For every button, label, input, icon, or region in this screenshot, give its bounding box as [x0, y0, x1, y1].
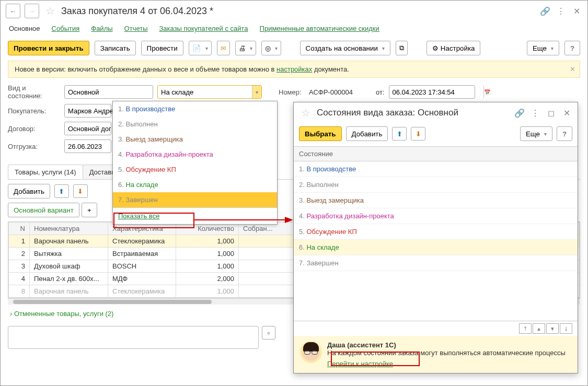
add-row-button[interactable]: Добавить: [8, 184, 50, 198]
modal-col-header: Состояние: [294, 147, 578, 161]
status-dropdown-popup: 1. В производстве2. Выполнен3. Выезд зам…: [112, 101, 278, 225]
back-button[interactable]: ←: [6, 4, 20, 18]
ship-label: Отгрузка:: [8, 143, 60, 150]
modal-down-button[interactable]: ⬇: [411, 127, 425, 141]
close-icon[interactable]: ✕: [571, 5, 582, 17]
status-combo[interactable]: ▾: [157, 85, 262, 99]
modal-select-button[interactable]: Выбрать: [299, 126, 342, 141]
banner-text-after: документа.: [312, 65, 349, 73]
help-button[interactable]: ?: [564, 41, 580, 55]
tab-files[interactable]: Файлы: [91, 25, 112, 32]
modal-list-item[interactable]: 4. Разработка дизайн-проекта: [294, 208, 578, 224]
kebab-menu-icon[interactable]: ⋮: [529, 107, 541, 119]
nav-first-button[interactable]: ⤒: [519, 323, 532, 334]
chevron-down-icon[interactable]: ▾: [252, 86, 261, 98]
mail-icon-button[interactable]: ✉: [217, 41, 230, 55]
mail-icon: ✉: [221, 44, 226, 52]
modal-more-button[interactable]: Еще: [520, 126, 552, 141]
post-button[interactable]: Провести: [141, 41, 183, 55]
print-icon-button[interactable]: 🖨: [235, 41, 256, 55]
gear-icon: ⚙: [432, 44, 439, 52]
main-variant-button[interactable]: Основной вариант: [8, 203, 79, 217]
assistant-name: Даша (ассистент 1С): [327, 341, 396, 349]
modal-list-item[interactable]: 5. Обсуждение КП: [294, 224, 578, 240]
modal-add-button[interactable]: Добавить: [346, 126, 388, 141]
tab-discounts[interactable]: Примененные автоматические скидки: [260, 25, 379, 32]
modal-list-item[interactable]: 6. На складе: [294, 240, 578, 255]
more-button[interactable]: Еще: [527, 41, 559, 55]
tab-goods[interactable]: Товары, услуги (14): [8, 165, 83, 179]
contract-field[interactable]: [64, 122, 111, 135]
maximize-icon[interactable]: ◻: [545, 107, 557, 119]
structure-icon-button[interactable]: ⧉: [396, 41, 408, 55]
info-banner: Новое в версии: включить отображение дан…: [8, 61, 580, 78]
nav-last-button[interactable]: ⤓: [560, 323, 572, 334]
post-and-close-button[interactable]: Провести и закрыть: [8, 41, 89, 55]
favorite-star-icon[interactable]: ☆: [301, 107, 310, 119]
dropdown-item[interactable]: 4. Разработка дизайн-проекта: [113, 147, 277, 162]
settings-button[interactable]: ⚙ Настройка: [426, 41, 481, 55]
kind-label: Вид и состояние:: [8, 84, 60, 100]
tab-site-orders[interactable]: Заказы покупателей с сайта: [159, 25, 248, 32]
modal-list-item[interactable]: 2. Выполнен: [294, 177, 578, 193]
tab-events[interactable]: События: [52, 25, 80, 32]
favorite-star-icon[interactable]: ☆: [45, 5, 55, 17]
dropdown-item[interactable]: 7. Завершен: [113, 192, 277, 207]
contract-label: Договор:: [8, 125, 60, 133]
dropdown-item[interactable]: 2. Выполнен: [113, 116, 277, 132]
status-input[interactable]: [158, 86, 252, 98]
arrow-up-icon: ⬆: [59, 188, 64, 195]
modal-list-item[interactable]: 3. Выезд замерщика: [294, 193, 578, 208]
date-field[interactable]: 📅: [389, 85, 475, 99]
link-icon[interactable]: 🔗: [539, 5, 551, 17]
modal-list-item[interactable]: 1. В производстве: [294, 161, 578, 177]
document-icon-button[interactable]: 📄: [189, 41, 212, 55]
comment-textarea[interactable]: [8, 326, 259, 349]
states-modal: ☆ Состояния вида заказа: Основной 🔗 ⋮ ◻ …: [293, 102, 578, 373]
extra-icon-button[interactable]: ◎: [261, 41, 281, 55]
dropdown-item[interactable]: 6. На складе: [113, 177, 277, 192]
calendar-icon[interactable]: 📅: [483, 86, 490, 98]
title-bar: ← → ☆ Заказ покупателя 4 от 06.04.2023 *…: [1, 1, 587, 21]
buyer-field[interactable]: [64, 104, 111, 118]
tab-main[interactable]: Основное: [9, 25, 40, 32]
assistant-settings-link[interactable]: Перейти к настройке: [327, 360, 393, 368]
create-based-button[interactable]: Создать на основании: [300, 41, 390, 55]
dropdown-item[interactable]: 1. В производстве: [113, 101, 277, 116]
save-button[interactable]: Записать: [95, 41, 136, 55]
close-icon[interactable]: ✕: [561, 107, 572, 119]
col-n[interactable]: N: [9, 223, 30, 235]
show-all-link[interactable]: Показать все: [118, 212, 159, 220]
date-input[interactable]: [389, 86, 483, 98]
dropdown-item[interactable]: 3. Выезд замерщика: [113, 132, 277, 147]
assistant-banner: Даша (ассистент 1С) На каждом состоянии …: [294, 336, 578, 373]
kind-input[interactable]: [65, 86, 159, 98]
move-down-button[interactable]: ⬇: [73, 184, 88, 198]
ship-field[interactable]: [64, 139, 111, 153]
modal-list-item[interactable]: 7. Завершен: [294, 255, 578, 271]
link-icon[interactable]: 🔗: [514, 107, 525, 119]
banner-link[interactable]: настройках: [276, 65, 312, 73]
modal-help-button[interactable]: ?: [557, 126, 572, 141]
add-variant-button[interactable]: +: [82, 203, 97, 217]
col-name[interactable]: Номенклатура: [30, 223, 108, 235]
number-value: АСФР-000004: [309, 88, 372, 96]
dropdown-item[interactable]: 5. Обсуждение КП: [113, 162, 277, 177]
kebab-menu-icon[interactable]: ⋮: [555, 5, 567, 17]
document-icon: 📄: [192, 44, 201, 52]
kind-combo[interactable]: ▾: [64, 85, 153, 99]
move-up-button[interactable]: ⬆: [54, 184, 69, 198]
modal-up-button[interactable]: ⬆: [392, 127, 407, 141]
cancelled-goods-link[interactable]: Отмененные товары, услуги (2): [10, 310, 113, 318]
assistant-avatar-icon: [300, 341, 322, 363]
modal-title: Состояния вида заказа: Основной: [317, 108, 510, 118]
nav-up-button[interactable]: ▲: [533, 323, 545, 334]
forward-button[interactable]: →: [25, 4, 39, 18]
banner-close-icon[interactable]: ✕: [570, 65, 575, 73]
tab-reports[interactable]: Отчеты: [124, 25, 148, 32]
comment-action-button[interactable]: ▫: [262, 326, 275, 340]
print-icon: 🖨: [239, 44, 246, 52]
gear-small-icon: ◎: [265, 44, 271, 52]
nav-down-button[interactable]: ▼: [546, 323, 559, 334]
window-title: Заказ покупателя 4 от 06.04.2023 *: [61, 6, 535, 17]
